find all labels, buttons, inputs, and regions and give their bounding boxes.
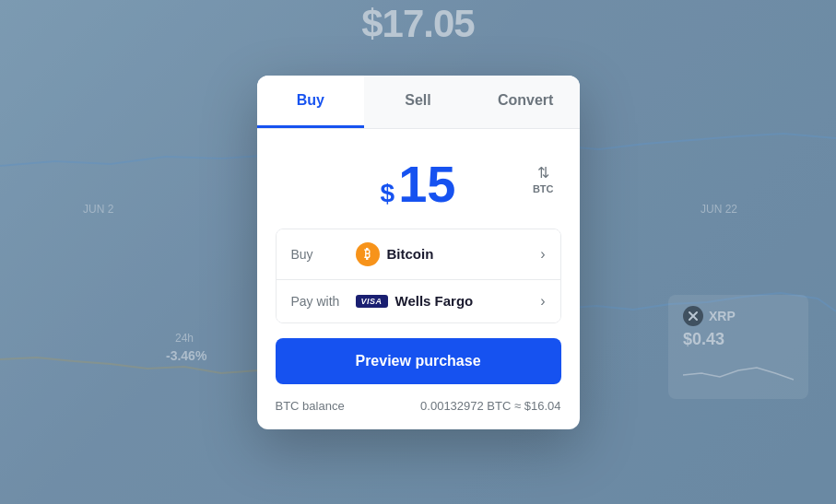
visa-badge: VISA: [356, 295, 388, 308]
buy-asset-row[interactable]: Buy ₿ Bitcoin ›: [277, 229, 560, 280]
buy-sell-modal: Buy Sell Convert $ 15 ⇅ BTC Buy ₿ Bitcoi…: [257, 76, 580, 429]
balance-label: BTC balance: [276, 399, 345, 413]
pay-with-row[interactable]: Pay with VISA Wells Fargo ›: [277, 280, 560, 322]
balance-value: 0.00132972 BTC ≈ $16.04: [420, 399, 560, 413]
tab-sell[interactable]: Sell: [364, 76, 472, 128]
tab-convert[interactable]: Convert: [472, 76, 580, 128]
amount-section: $ 15 ⇅ BTC: [257, 129, 580, 229]
toggle-currency-label: BTC: [533, 182, 554, 193]
amount-display: $ 15: [381, 158, 456, 210]
buy-chevron-icon: ›: [540, 246, 545, 263]
btc-icon: ₿: [356, 242, 380, 266]
balance-row: BTC balance 0.00132972 BTC ≈ $16.04: [257, 399, 580, 429]
asset-name: Bitcoin: [387, 246, 434, 262]
buy-content: ₿ Bitcoin: [356, 242, 541, 266]
currency-toggle[interactable]: ⇅ BTC: [533, 163, 554, 193]
currency-symbol: $: [381, 179, 395, 208]
options-section: Buy ₿ Bitcoin › Pay with VISA Wells Farg…: [276, 229, 561, 323]
toggle-arrows-icon: ⇅: [537, 163, 549, 181]
preview-purchase-button[interactable]: Preview purchase: [276, 338, 561, 384]
amount-value[interactable]: 15: [398, 158, 455, 210]
bank-name: Wells Fargo: [395, 293, 474, 309]
pay-label: Pay with: [291, 294, 356, 309]
pay-chevron-icon: ›: [540, 293, 545, 310]
tab-bar: Buy Sell Convert: [257, 76, 580, 129]
buy-label: Buy: [291, 247, 356, 262]
pay-content: VISA Wells Fargo: [356, 293, 541, 309]
tab-buy[interactable]: Buy: [257, 76, 365, 128]
